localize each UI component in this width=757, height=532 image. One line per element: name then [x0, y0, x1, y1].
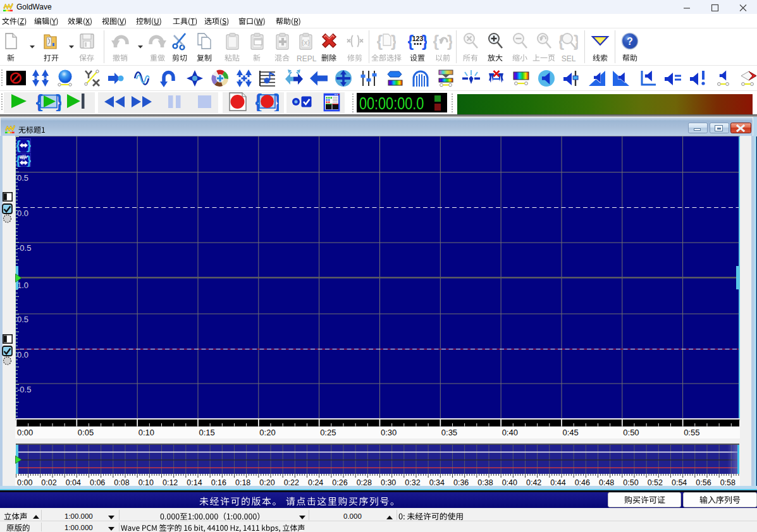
svg-text:}: } [391, 32, 396, 51]
svg-text:{x}: {x} [302, 39, 310, 46]
svg-text:{: { [36, 92, 43, 111]
svg-text:{: { [16, 154, 21, 167]
svg-text:{: { [377, 32, 383, 51]
svg-text:{: { [433, 32, 439, 51]
svg-text:}: } [274, 92, 279, 111]
svg-text:?: ? [627, 36, 633, 47]
svg-text:}: } [56, 92, 61, 111]
svg-text:}: } [27, 154, 31, 167]
svg-text:123: 123 [412, 35, 424, 42]
